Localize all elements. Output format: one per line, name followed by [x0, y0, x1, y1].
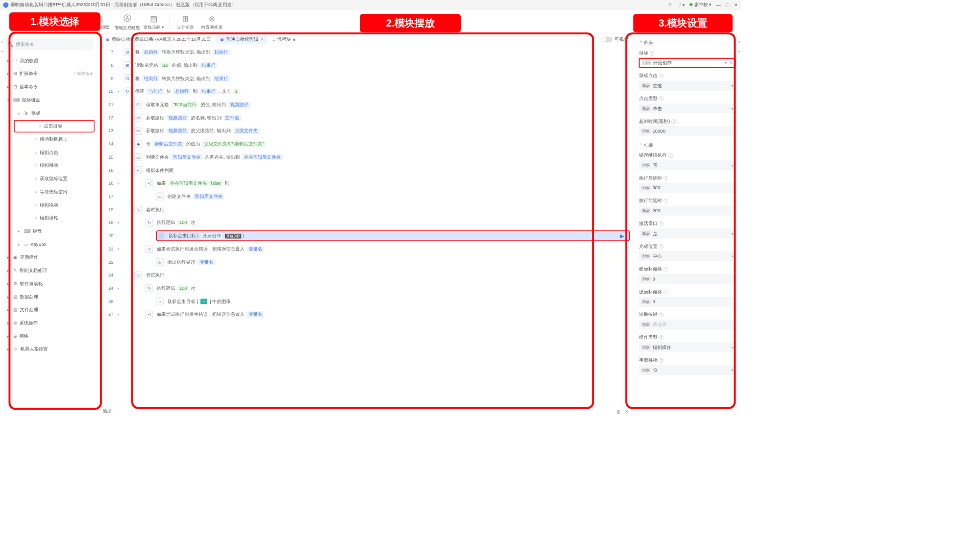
tree-item-点击目标[interactable]: ○点击目标	[14, 120, 94, 132]
fold-icon[interactable]: ▾	[117, 312, 124, 316]
prop-input[interactable]: Exp否▾	[639, 365, 736, 375]
help-icon[interactable]: ?	[664, 198, 668, 203]
help-icon[interactable]: ?	[664, 176, 668, 180]
tree-item-机器人指挥官[interactable]: ▸☺机器人指挥官	[0, 343, 97, 356]
tree-item-等待光标空闲[interactable]: ○等待光标空闲	[0, 185, 97, 198]
help-icon[interactable]: ?	[659, 312, 664, 317]
help-icon[interactable]: ?	[668, 153, 673, 158]
code-line[interactable]: 24▷尝试执行	[104, 268, 633, 282]
dropdown-icon[interactable]: ▾	[731, 163, 733, 167]
tree-side-action[interactable]: + 获取命令	[73, 71, 93, 77]
help-icon[interactable]: ?	[659, 358, 664, 362]
tree-item-扩展命令[interactable]: ▸⊞扩展命令+ 获取命令	[0, 67, 97, 81]
prop-input[interactable]: Exp开始创作▾✎	[639, 58, 736, 68]
close-icon[interactable]: ✕	[734, 2, 738, 8]
switch-icon[interactable]	[601, 37, 612, 42]
prop-input[interactable]: Exp0	[639, 274, 736, 284]
tree-item-系统操作[interactable]: ▸◎系统操作	[0, 316, 97, 330]
tree-item-软件自动化[interactable]: ▸⚙软件自动化	[0, 277, 97, 290]
tree-item-基本命令[interactable]: ▸⊡基本命令	[0, 80, 97, 93]
tree-item-模拟移动[interactable]: ○模拟移动	[0, 159, 97, 172]
code-line[interactable]: 20○鼠标点击目标 [ 开始创作 开始创作 ]▶	[104, 229, 633, 242]
dropdown-icon[interactable]: ▾	[731, 231, 733, 235]
code-line[interactable]: 8⊞读取单元格 B2 的值, 输出到 结束行	[104, 59, 633, 72]
apps-icon[interactable]: ⠿	[669, 2, 672, 8]
prop-input[interactable]: Exp请选择	[639, 319, 736, 330]
toolbar-UI分析器[interactable]: ⊞UI分析器	[173, 11, 199, 32]
help-icon[interactable]: ?	[659, 73, 664, 78]
tree-item-网络[interactable]: ▸⊕网络	[0, 330, 97, 343]
code-line[interactable]: 10▾↻循环 当前行 从 起始行 到 结束行 , 步长 1	[104, 85, 633, 98]
tab-close-icon[interactable]: ✕	[260, 37, 263, 41]
tree-item-智能文档处理[interactable]: ▸✎智能文档处理	[0, 264, 97, 277]
prop-input[interactable]: Exp模拟操作▾	[639, 342, 736, 353]
tree-item-模拟点击[interactable]: ○模拟点击	[0, 146, 97, 159]
code-line[interactable]: 12▭获取路径 视频路径 的名称, 输出到 文件名	[104, 111, 633, 124]
dropdown-icon[interactable]: ▾	[731, 254, 733, 258]
help-icon[interactable]: ❔▾	[677, 2, 685, 8]
code-line[interactable]: 27▾≺如果尝试执行时发生错误，把错误信息置入 变量名	[104, 308, 633, 321]
tree-item-键盘[interactable]: ▸⌨键盘	[0, 224, 97, 238]
tree-item-鼠标[interactable]: ▾🖱鼠标	[0, 107, 97, 120]
code-line[interactable]: 13▭获取路径 视频路径 的父级路径, 输出到 父级文件夹	[104, 124, 633, 138]
section-head[interactable]: ⌃必选	[633, 37, 741, 48]
fold-icon[interactable]: ▾	[117, 181, 124, 185]
code-line[interactable]: 14◆令 剪辑后文件夹 的值为 父级文件夹&"\\剪辑后文件夹"	[104, 137, 633, 151]
code-line[interactable]: 9⊡将 结束行 转换为整数类型, 输出到 结束行	[104, 72, 633, 85]
tree-item-鼠标键盘[interactable]: ▾⌨鼠标键盘	[0, 93, 97, 107]
prop-input[interactable]: Exp是▾	[639, 229, 736, 239]
tree-item-模拟拖动[interactable]: ○模拟拖动	[0, 198, 97, 212]
fold-icon[interactable]: ▾	[117, 220, 124, 224]
code-line[interactable]: 26○鼠标点击目标 [ + ] 中的图像	[104, 295, 633, 308]
code-line[interactable]: 16▾≺如果 存在剪辑后文件夹 =false 则	[104, 177, 633, 190]
dropdown-icon[interactable]: ▾	[731, 345, 733, 349]
tree-item-界面操作[interactable]: ▸▣界面操作	[0, 251, 97, 264]
help-icon[interactable]: ?	[650, 51, 654, 55]
help-icon[interactable]: ?	[671, 119, 676, 123]
prop-input[interactable]: Exp0	[639, 297, 736, 307]
prop-input[interactable]: Exp300	[639, 183, 736, 193]
output-panel-header[interactable]: 输出 🗑✕	[98, 406, 633, 417]
dropdown-icon[interactable]: ▾	[731, 106, 733, 110]
fold-icon[interactable]: ▾	[117, 286, 124, 290]
maximize-icon[interactable]: ▢	[725, 2, 729, 8]
toolbar-查找目标 ▾[interactable]: ▤查找目标 ▾	[141, 11, 166, 32]
close-output-icon[interactable]: ✕	[625, 409, 629, 414]
tree-item-数据处理[interactable]: ▸▤数据处理	[0, 290, 97, 304]
tree-item-移动到目标上[interactable]: ○移动到目标上	[0, 133, 97, 146]
help-icon[interactable]: ?	[659, 221, 664, 226]
prop-input[interactable]: Exp单击▾	[639, 104, 736, 114]
help-icon[interactable]: ?	[659, 96, 664, 101]
tree-item-模拟滚轮[interactable]: ○模拟滚轮	[0, 211, 97, 224]
tab-流程块[interactable]: ≡流程块●	[269, 35, 300, 44]
dropdown-icon[interactable]: ▾	[731, 368, 733, 372]
trash-icon[interactable]: 🗑	[616, 409, 621, 414]
help-icon[interactable]: ?	[664, 290, 668, 294]
play-icon[interactable]: ▶	[620, 233, 624, 238]
code-line[interactable]: 11⊞读取单元格 "B"&当前行 的值, 输出到 视频路径	[104, 98, 633, 111]
minimize-icon[interactable]: —	[716, 2, 721, 8]
toolbar-智能文档处理[interactable]: Ⓐ智能文档处理	[115, 11, 140, 32]
toolbar-内置浏览器[interactable]: ⊛内置浏览器	[199, 11, 225, 32]
tree-item-KeyBox[interactable]: ▸▭KeyBox	[0, 238, 97, 251]
code-line[interactable]: 16≺根据条件判断	[104, 164, 633, 177]
prop-input[interactable]: Exp10000	[639, 126, 736, 136]
code-line[interactable]: 24▾↻执行逻辑 100 次	[104, 282, 633, 295]
visual-toggle[interactable]: 可视化	[601, 36, 628, 43]
fold-icon[interactable]: ▾	[117, 247, 124, 251]
tree-item-文件处理[interactable]: ▸▤文件处理	[0, 303, 97, 316]
prop-input[interactable]: Exp否▾	[639, 160, 736, 170]
prop-input[interactable]: Exp中心▾	[639, 251, 736, 261]
user-status[interactable]: 廖中校 ▾	[689, 2, 711, 8]
help-icon[interactable]: ?	[664, 267, 668, 271]
code-line[interactable]: 17▭创建文件夹 剪辑后文件夹	[104, 190, 633, 203]
search-input[interactable]: 🔍 搜索命令	[5, 39, 93, 51]
edit-icon[interactable]: ✎	[729, 60, 733, 65]
tab-剪映自动化剪辑口播RPA机器人2023年10月31日[interactable]: ▣剪映自动化剪辑口播RPA机器人2023年10月31日	[102, 35, 215, 44]
code-area[interactable]: 7⊡将 起始行 转换为整数类型, 输出到 起始行8⊞读取单元格 B2 的值, 输…	[98, 45, 633, 406]
tree-item-我的收藏[interactable]: ▸☐我的收藏	[0, 54, 97, 67]
help-icon[interactable]: ?	[659, 244, 664, 248]
code-line[interactable]: 7⊡将 起始行 转换为整数类型, 输出到 起始行	[104, 45, 633, 59]
code-line[interactable]: 19▾↻执行逻辑 100 次	[104, 216, 633, 230]
section-head[interactable]: ⌃可选	[633, 139, 741, 151]
